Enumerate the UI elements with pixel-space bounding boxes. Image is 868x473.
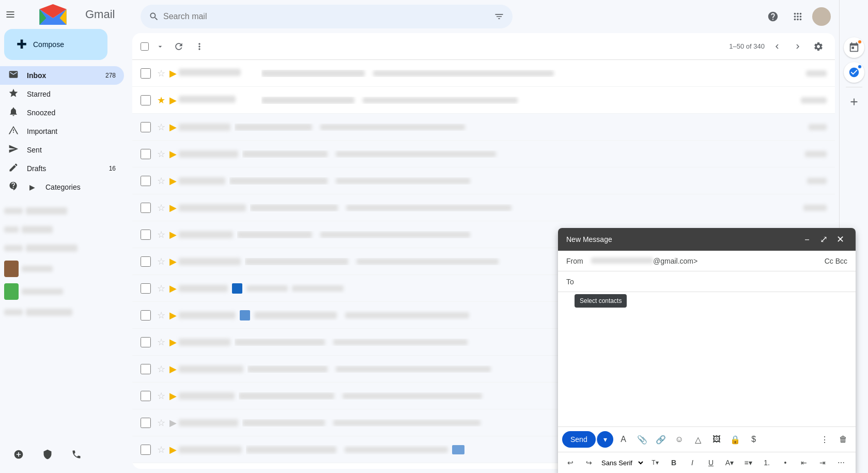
bullet-list-button[interactable]: • [777,454,794,471]
sidebar-item-starred[interactable]: Starred [0,85,124,103]
next-page-button[interactable] [789,38,806,55]
user-avatar[interactable] [812,7,831,26]
compose-body-input[interactable] [566,296,847,420]
more-options-button[interactable] [190,37,209,56]
select-all-checkbox[interactable] [141,42,149,51]
star-button[interactable]: ☆ [157,417,165,429]
email-checkbox[interactable] [141,203,151,213]
compose-expand-button[interactable]: ⤢ [816,232,831,247]
email-checkbox[interactable] [141,122,151,132]
signature-button[interactable]: $ [746,431,762,448]
email-row[interactable]: ☆ ▶ [132,167,835,194]
important-marker[interactable]: ▶ [169,202,177,213]
search-bar[interactable] [141,5,513,28]
send-button[interactable]: Send [562,431,596,448]
email-checkbox[interactable] [141,283,151,294]
email-row[interactable]: ★ ▶ [132,87,835,114]
search-input[interactable] [163,12,490,21]
email-checkbox[interactable] [141,364,151,374]
star-button[interactable]: ☆ [157,390,165,402]
important-marker[interactable]: ▶ [169,95,177,106]
email-row[interactable]: ☆ ▶ [132,194,835,221]
important-marker[interactable]: ▶ [169,121,177,133]
discard-draft-button[interactable]: 🗑 [835,431,851,448]
star-button[interactable]: ☆ [157,175,165,187]
drive-button[interactable]: △ [690,431,706,448]
compose-minimize-button[interactable]: － [800,232,814,247]
sidebar-item-drafts[interactable]: Drafts 16 [0,159,124,178]
ordered-list-button[interactable]: 1. [758,454,775,471]
tasks-icon-button[interactable] [844,62,864,83]
email-checkbox[interactable] [141,337,151,347]
email-settings-button[interactable] [810,38,827,55]
important-marker[interactable]: ▶ [169,175,177,187]
calendar-icon-button[interactable] [844,37,864,58]
hamburger-menu[interactable] [0,4,21,25]
star-button[interactable]: ☆ [157,148,165,160]
star-button[interactable]: ★ [157,95,165,106]
star-button[interactable]: ☆ [157,283,165,294]
important-marker[interactable]: ▶ [169,68,177,79]
star-button[interactable]: ☆ [157,202,165,213]
star-button[interactable]: ☆ [157,363,165,375]
email-checkbox[interactable] [141,445,151,455]
email-row[interactable]: ☆ ▶ [132,60,835,87]
sidebar-item-inbox[interactable]: Inbox 278 [0,66,124,85]
email-checkbox[interactable] [141,176,151,186]
important-marker[interactable]: ▶ [169,444,177,455]
important-marker[interactable]: ▶ [169,337,177,348]
star-button[interactable]: ☆ [157,337,165,348]
star-button[interactable]: ☆ [157,121,165,133]
important-marker[interactable]: ▶ [169,363,177,375]
italic-button[interactable]: I [684,454,701,471]
redo-button[interactable]: ↪ [581,454,597,471]
more-formatting-button[interactable]: ⋯ [833,454,849,471]
insert-photo-button[interactable]: 🖼 [708,431,725,448]
prev-page-button[interactable] [769,38,785,55]
sidebar-item-sent[interactable]: Sent [0,141,124,159]
important-marker[interactable]: ▶ [169,148,177,160]
important-marker[interactable]: ▶ [169,390,177,402]
sidebar-item-categories[interactable]: ▶ Categories [0,178,124,196]
compose-cc-bcc[interactable]: Cc Bcc [825,257,847,265]
email-checkbox[interactable] [141,310,151,321]
sidebar-settings-button[interactable] [37,444,58,465]
star-button[interactable]: ☆ [157,68,165,79]
compose-header[interactable]: New Message － ⤢ ✕ [558,228,856,251]
compose-close-button[interactable]: ✕ [833,232,847,247]
compose-button[interactable]: ✚ Compose [4,29,107,60]
lock-button[interactable]: 🔒 [727,431,743,448]
email-row[interactable]: ☆ ▶ [132,141,835,167]
align-button[interactable]: ≡▾ [740,454,756,471]
undo-button[interactable]: ↩ [562,454,579,471]
increase-indent-button[interactable]: ⇥ [814,454,831,471]
email-checkbox[interactable] [141,418,151,428]
text-color-button[interactable]: A▾ [721,454,738,471]
add-account-button[interactable] [8,444,29,465]
font-family-select[interactable]: Sans Serif Serif Monospace [599,459,645,467]
sidebar-item-important[interactable]: Important [0,122,124,141]
important-marker[interactable]: ▶ [169,229,177,240]
star-button[interactable]: ☆ [157,444,165,455]
compose-to-input[interactable] [591,278,847,286]
add-panel-button[interactable] [844,91,864,112]
email-checkbox[interactable] [141,391,151,401]
email-checkbox[interactable] [141,149,151,159]
important-marker[interactable]: ▶ [169,256,177,267]
important-marker[interactable]: ▶ [169,283,177,294]
star-button[interactable]: ☆ [157,256,165,267]
underline-button[interactable]: U [703,454,719,471]
send-options-button[interactable]: ▾ [597,431,613,448]
emoji-button[interactable]: ☺ [671,431,688,448]
font-size-button[interactable]: T▾ [647,454,663,471]
email-checkbox[interactable] [141,230,151,240]
search-filter-icon[interactable] [494,11,504,22]
bold-button[interactable]: B [665,454,682,471]
more-compose-options[interactable]: ⋮ [816,431,833,448]
refresh-button[interactable] [169,37,188,56]
format-text-button[interactable]: A [615,431,632,448]
attach-files-button[interactable]: 📎 [634,431,650,448]
sidebar-item-snoozed[interactable]: Snoozed [0,103,124,122]
insert-link-button[interactable]: 🔗 [653,431,669,448]
email-row[interactable]: ☆ ▶ [132,114,835,141]
